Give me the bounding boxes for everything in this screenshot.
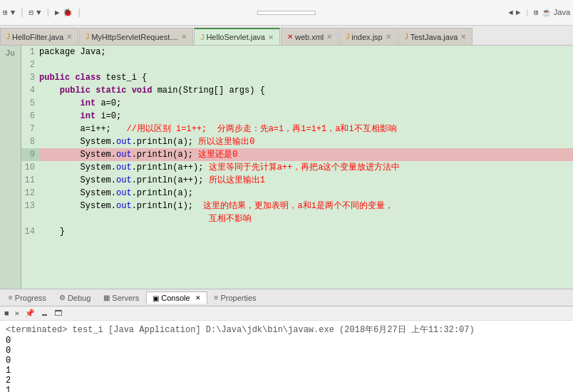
tab-icon-hellofilter: J — [6, 33, 10, 41]
toolbar-left-actions: ⊞ ▼ | ⊟ ▼ | ▶ 🐞 | — [3, 8, 83, 18]
bottom-tab-label-debug: Debug — [68, 294, 91, 302]
console-minimize-icon[interactable]: 🗕 — [39, 308, 50, 319]
code-line: 4 public static void main(String[] args)… — [21, 84, 573, 97]
editor-tabs: JHelloFilter.java✕JMyHttpServletRequest.… — [0, 26, 573, 46]
code-line: 7 a=i++; //用以区别 i=i++; 分两步走：先a=i，再i=i+1，… — [21, 123, 573, 135]
code-line: 互相不影响 — [21, 212, 573, 225]
toolbar-icon-2[interactable]: ▼ — [11, 9, 16, 17]
line-content: public static void main(String[] args) { — [39, 84, 573, 97]
bottom-tab-label-servers: Servers — [112, 294, 139, 302]
tab-webxml[interactable]: ✕web.xml✕ — [281, 28, 339, 45]
tab-close-testjava[interactable]: ✕ — [460, 33, 466, 41]
console-output-line: 0 — [6, 336, 567, 346]
bottom-tab-label-progress: Progress — [15, 294, 46, 302]
line-content: System.out.println(a++); 所以这里输出1 — [39, 174, 573, 187]
debug-icon[interactable]: 🐞 — [63, 8, 73, 17]
tab-close-indexjsp[interactable]: ✕ — [386, 33, 391, 41]
line-number: 12 — [21, 187, 39, 200]
console-output-line: 1 — [6, 386, 567, 392]
toolbar-icon-1[interactable]: ⊞ — [3, 8, 8, 17]
run-icon[interactable]: ▶ — [55, 8, 60, 17]
editor-left-gutter: Ju — [0, 46, 21, 289]
bottom-panel: ≡Progress⚙Debug▦Servers▣Console✕≡Propert… — [0, 289, 573, 392]
code-line: 5 int a=0; — [21, 97, 573, 110]
toolbar-separator-1: | — [19, 8, 24, 18]
code-line: 14 } — [21, 225, 573, 238]
bottom-tab-servers[interactable]: ▦Servers — [98, 292, 145, 304]
tab-label-testjava: TestJava.java — [411, 33, 458, 41]
line-content: System.out.println(i); 这里的结果，更加表明，a和i是两个… — [39, 200, 573, 212]
tab-icon-indexjsp: J — [346, 33, 349, 41]
bottom-tab-debug[interactable]: ⚙Debug — [53, 292, 96, 304]
line-number: 3 — [21, 71, 39, 84]
line-number: 8 — [21, 135, 39, 148]
toolbar-separator-3: | — [77, 8, 82, 18]
tab-close-hellofilter[interactable]: ✕ — [66, 33, 72, 41]
line-content: package Java; — [39, 46, 573, 58]
tab-testjava[interactable]: JTestJava.java✕ — [398, 28, 473, 45]
console-terminated-line: <terminated> test_i [Java Application] D… — [6, 324, 567, 336]
bottom-tab-console[interactable]: ▣Console✕ — [146, 292, 207, 304]
main-toolbar: ⊞ ▼ | ⊟ ▼ | ▶ 🐞 | ◄ ► | ⊞ ☕ Java — [0, 0, 573, 26]
tab-label-helloservlet: HelloServlet.java — [206, 33, 265, 41]
console-pin-icon[interactable]: 📌 — [24, 308, 36, 319]
quick-access-input[interactable] — [257, 11, 316, 15]
line-number: 5 — [21, 97, 39, 110]
nav-back-icon[interactable]: ◄ — [508, 9, 513, 17]
code-line: 11 System.out.println(a++); 所以这里输出1 — [21, 174, 573, 187]
tab-hellofilter[interactable]: JHelloFilter.java✕ — [0, 28, 78, 45]
toolbar-icon-4[interactable]: ▼ — [36, 9, 41, 17]
console-output-line: 2 — [6, 376, 567, 386]
line-number: 14 — [21, 225, 39, 238]
tab-indexjsp[interactable]: Jindex.jsp✕ — [339, 28, 397, 45]
toolbar-icon-3[interactable]: ⊟ — [29, 8, 33, 17]
code-line: 3public class test_i { — [21, 71, 573, 84]
console-output: <terminated> test_i [Java Application] D… — [0, 321, 573, 392]
bottom-tab-progress[interactable]: ≡Progress — [3, 292, 52, 304]
tab-helloservlet[interactable]: JHelloServlet.java✕ — [194, 28, 280, 45]
console-clear-icon[interactable]: ✕ — [14, 308, 21, 319]
tab-icon-helloservlet: J — [200, 33, 204, 41]
bottom-tab-icon-servers: ▦ — [103, 294, 110, 301]
line-number: 7 — [21, 123, 39, 135]
code-line: 1package Java; — [21, 46, 573, 58]
console-output-line: 1 — [6, 366, 567, 376]
line-number: 6 — [21, 110, 39, 123]
tab-close-myhttpservlet[interactable]: ✕ — [181, 33, 187, 41]
line-number: 1 — [21, 46, 39, 58]
java-label: ☕ Java — [542, 8, 570, 17]
console-toolbar: ■ ✕ 📌 🗕 🗖 — [0, 306, 573, 321]
line-content: } — [39, 225, 573, 238]
code-line: 10 System.out.println(a++); 这里等同于先计算a++，… — [21, 161, 573, 174]
bottom-tab-properties[interactable]: ≡Properties — [209, 292, 262, 304]
bottom-tab-close-console[interactable]: ✕ — [195, 294, 201, 301]
code-line: 9 System.out.println(a); 这里还是0 — [21, 148, 573, 161]
tab-myhttpservlet[interactable]: JMyHttpServletRequest....✕ — [79, 28, 193, 45]
console-stop-icon[interactable]: ■ — [3, 309, 11, 319]
bottom-tab-icon-properties: ≡ — [215, 294, 219, 301]
tab-close-helloservlet[interactable]: ✕ — [268, 33, 274, 41]
main-editor-area: Ju 1package Java;23public class test_i {… — [0, 46, 573, 289]
tab-close-webxml[interactable]: ✕ — [326, 33, 332, 41]
toolbar-separator-4: | — [525, 9, 530, 17]
toolbar-right-actions: ◄ ► | ⊞ ☕ Java — [508, 8, 570, 17]
gutter-ju-icon: Ju — [6, 48, 15, 57]
line-content: System.out.println(a); — [39, 187, 573, 200]
console-output-line: 0 — [6, 346, 567, 356]
line-content: 互相不影响 — [39, 212, 573, 225]
bottom-tabs-bar: ≡Progress⚙Debug▦Servers▣Console✕≡Propert… — [0, 289, 573, 306]
line-number: 2 — [21, 58, 39, 71]
line-content: System.out.println(a); 这里还是0 — [39, 148, 573, 161]
bottom-tab-icon-debug: ⚙ — [59, 294, 66, 301]
line-number: 9 — [21, 148, 39, 161]
console-output-line: 0 — [6, 356, 567, 366]
console-maximize-icon[interactable]: 🗖 — [53, 308, 63, 319]
tab-label-webxml: web.xml — [295, 33, 324, 41]
tab-icon-myhttpservlet: J — [86, 33, 89, 41]
bottom-tab-icon-progress: ≡ — [9, 294, 13, 301]
code-editor[interactable]: 1package Java;23public class test_i {4 p… — [21, 46, 573, 289]
bottom-tab-label-console: Console — [161, 294, 190, 302]
layout-icon[interactable]: ⊞ — [534, 8, 539, 17]
line-content: a=i++; //用以区别 i=i++; 分两步走：先a=i，再i=i+1，a和… — [39, 123, 573, 135]
nav-forward-icon[interactable]: ► — [516, 9, 521, 17]
